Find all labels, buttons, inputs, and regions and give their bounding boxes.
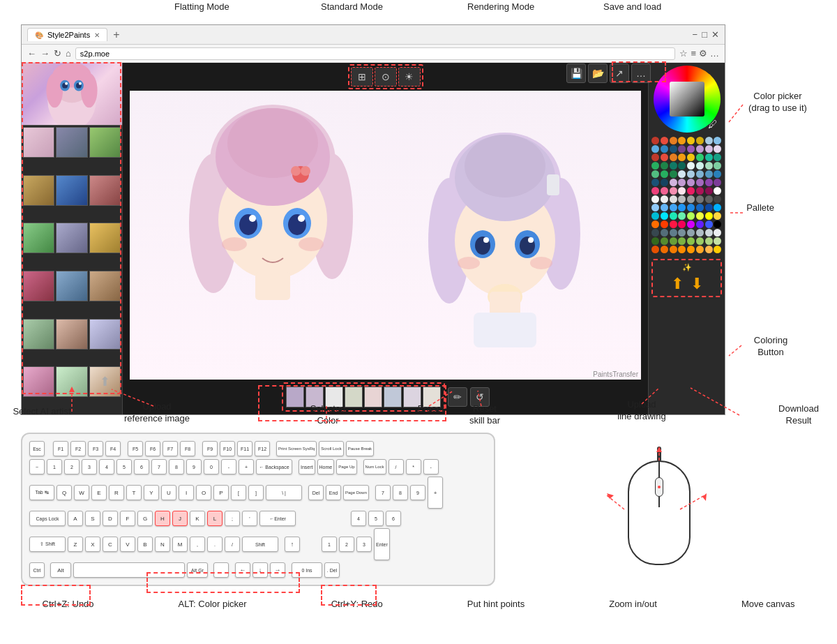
palette-color-54[interactable] [705, 187, 713, 195]
key-num2[interactable]: 2 [339, 537, 354, 552]
key-minus[interactable]: - [221, 459, 236, 474]
close-window-icon[interactable]: ✕ [711, 29, 719, 40]
key-y[interactable]: Y [144, 485, 159, 500]
key-backtick[interactable]: ~ [29, 459, 45, 474]
more-icon[interactable]: … [710, 48, 719, 59]
artist-cell-9[interactable] [89, 223, 121, 253]
key-num-plus[interactable]: + [428, 477, 443, 509]
palette-color-76[interactable] [687, 212, 695, 220]
palette-color-55[interactable] [714, 187, 721, 195]
minimize-icon[interactable]: − [693, 29, 698, 40]
key-f10[interactable]: F10 [220, 441, 235, 456]
key-space[interactable] [73, 562, 185, 578]
key-f6[interactable]: F6 [145, 441, 160, 456]
palette-color-12[interactable] [687, 145, 695, 153]
palette-color-95[interactable] [714, 229, 721, 237]
key-l[interactable]: L [207, 511, 223, 526]
artist-cell-2[interactable] [56, 127, 87, 158]
key-num3[interactable]: 3 [356, 537, 372, 552]
palette-color-53[interactable] [696, 187, 704, 195]
key-num-enter[interactable]: Enter [374, 528, 390, 560]
palette-color-30[interactable] [705, 162, 713, 170]
key-r[interactable]: R [109, 485, 124, 500]
palette-color-21[interactable] [696, 153, 704, 161]
key-z[interactable]: Z [68, 537, 83, 552]
key-7[interactable]: 7 [151, 459, 167, 474]
rendering-mode-button[interactable]: ☀ [398, 67, 421, 87]
artist-cell-12[interactable] [89, 271, 121, 301]
artist-cell-5[interactable] [56, 175, 87, 206]
load-button[interactable]: 📂 [588, 63, 608, 83]
key-u[interactable]: U [161, 485, 176, 500]
palette-color-41[interactable] [661, 179, 668, 186]
key-j[interactable]: J [172, 511, 188, 526]
key-num0[interactable]: 0 Ins [292, 562, 322, 578]
palette-color-16[interactable] [651, 153, 659, 161]
palette-color-48[interactable] [651, 187, 659, 195]
key-num-minus[interactable]: - [423, 459, 439, 474]
new-tab-icon[interactable]: + [113, 29, 119, 41]
key-semicolon[interactable]: ; [225, 511, 240, 526]
palette-color-94[interactable] [705, 229, 713, 237]
key-w[interactable]: W [74, 485, 89, 500]
key-num9[interactable]: 9 [410, 485, 425, 500]
artist-cell-8[interactable] [56, 223, 87, 253]
key-5[interactable]: 5 [116, 459, 132, 474]
artist-cell-15[interactable] [89, 319, 121, 350]
key-num-slash[interactable]: / [389, 459, 404, 474]
palette-color-96[interactable] [651, 237, 659, 245]
key-num8[interactable]: 8 [393, 485, 408, 500]
palette-color-51[interactable] [678, 187, 686, 195]
key-x[interactable]: X [85, 537, 100, 552]
palette-color-33[interactable] [661, 170, 668, 178]
key-f12[interactable]: F12 [255, 441, 270, 456]
palette-color-9[interactable] [661, 145, 668, 153]
palette-color-91[interactable] [678, 229, 686, 237]
key-8[interactable]: 8 [169, 459, 184, 474]
palette-color-5[interactable] [696, 137, 704, 144]
palette-color-56[interactable] [651, 195, 659, 203]
key-num-star[interactable]: * [406, 459, 421, 474]
palette-color-2[interactable] [670, 137, 677, 144]
palette-color-84[interactable] [687, 220, 695, 228]
key-f2[interactable]: F2 [70, 441, 86, 456]
menu-icon[interactable]: ≡ [691, 48, 696, 59]
artist-cell-10[interactable] [23, 271, 54, 301]
key-numlock[interactable]: Num Lock [363, 459, 386, 474]
artist-cell-16[interactable] [23, 366, 54, 397]
reload-icon[interactable]: ↻ [54, 48, 61, 59]
artist-cell-3[interactable] [89, 127, 121, 158]
palette-color-4[interactable] [687, 137, 695, 144]
key-3[interactable]: 3 [82, 459, 97, 474]
color-swatch-4[interactable] [364, 387, 382, 407]
eyedropper-icon[interactable]: 🖊 [708, 119, 718, 130]
key-ctrl-left[interactable]: Ctrl [29, 562, 45, 578]
key-4[interactable]: 4 [99, 459, 114, 474]
palette-color-64[interactable] [651, 204, 659, 211]
key-num5[interactable]: 5 [368, 511, 384, 526]
artist-cell-13[interactable] [23, 319, 54, 350]
palette-color-103[interactable] [714, 237, 721, 245]
key-pageup[interactable]: Page Up [336, 459, 356, 474]
palette-color-73[interactable] [661, 212, 668, 220]
share-button[interactable]: ↗ [610, 63, 629, 83]
key-del[interactable]: Del [308, 485, 324, 500]
palette-color-11[interactable] [678, 145, 686, 153]
key-tab[interactable]: Tab ↹ [29, 485, 54, 500]
palette-color-42[interactable] [670, 179, 677, 186]
key-k[interactable]: K [190, 511, 205, 526]
key-s[interactable]: S [85, 511, 100, 526]
key-home[interactable]: Home [317, 459, 335, 474]
palette-color-101[interactable] [696, 237, 704, 245]
key-num4[interactable]: 4 [351, 511, 366, 526]
palette-color-109[interactable] [696, 246, 704, 253]
palette-color-23[interactable] [714, 153, 721, 161]
key-arrow-left[interactable]: ← [235, 562, 250, 578]
key-f11[interactable]: F11 [237, 441, 252, 456]
palette-color-6[interactable] [705, 137, 713, 144]
palette-color-40[interactable] [651, 179, 659, 186]
palette-color-102[interactable] [705, 237, 713, 245]
maximize-icon[interactable]: □ [702, 29, 707, 40]
key-scrolllock[interactable]: Scroll Lock [319, 441, 343, 456]
palette-color-110[interactable] [705, 246, 713, 253]
